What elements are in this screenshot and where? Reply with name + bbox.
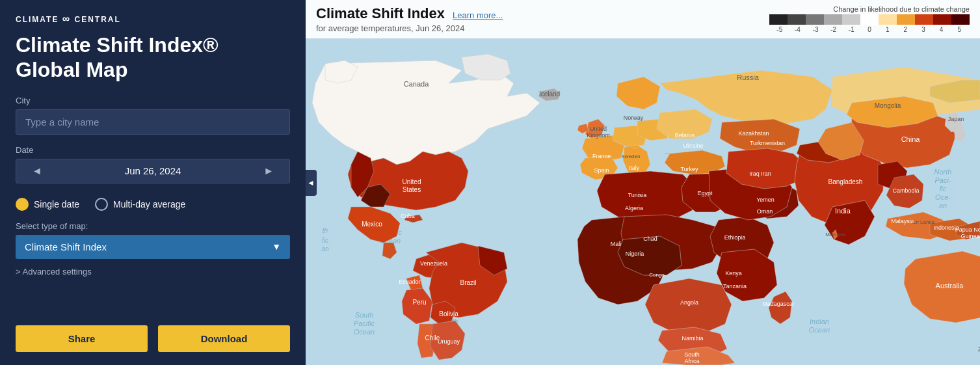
svg-text:Nigeria: Nigeria [626,250,644,257]
world-map[interactable]: North Atlantic Ocean South Pacific Ocean… [306,44,980,365]
brand-bar: CLIMATE ∞ CENTRAL [16,13,290,25]
svg-text:fic: fic [940,185,947,193]
advanced-settings-toggle[interactable]: > Advanced settings [16,267,290,277]
single-date-radio-icon [16,198,29,211]
svg-text:Kenya: Kenya [725,270,742,277]
legend: Change in likelihood due to climate chan… [769,5,970,33]
svg-text:Pacific: Pacific [354,319,375,327]
svg-text:Tanzania: Tanzania [723,283,747,290]
date-prev-button[interactable]: ◄ [25,165,49,177]
svg-text:Australia: Australia [936,282,964,290]
svg-text:States: States [403,186,421,193]
map-title: Climate Shift Index [316,5,445,22]
svg-text:Iceland: Iceland [539,90,560,98]
multi-day-radio-icon [95,198,108,211]
legend-ticks: -5-4-3-2-1012345 [769,26,970,33]
svg-text:Peru: Peru [412,299,426,306]
map-area: ◄ Climate Shift Index Learn more... for … [306,0,980,365]
svg-text:Sweden: Sweden [622,154,641,159]
svg-text:India: India [835,207,851,215]
page-title: Climate Shift Index® Global Map [16,33,290,83]
svg-text:Japan: Japan [948,116,964,122]
svg-text:Africa: Africa [684,358,699,364]
svg-text:Brazil: Brazil [460,279,476,286]
svg-text:th: th [323,227,328,234]
brand-symbol: ∞ [62,13,71,24]
svg-text:Spain: Spain [594,167,609,174]
svg-text:Chad: Chad [643,236,657,242]
svg-text:Madagascar: Madagascar [762,301,795,307]
svg-text:Turkmenistan: Turkmenistan [750,140,785,146]
sidebar: CLIMATE ∞ CENTRAL Climate Shift Index® G… [0,0,306,365]
svg-text:Norway: Norway [624,115,644,121]
svg-text:Oce-: Oce- [935,193,951,201]
learn-more-link[interactable]: Learn more... [453,10,503,20]
svg-text:North: North [934,168,952,176]
svg-text:South: South [684,351,700,358]
svg-text:Namibia: Namibia [682,335,703,342]
svg-text:...: ... [633,143,638,150]
date-label: Date [16,145,290,155]
share-button[interactable]: Share [16,325,148,352]
legend-label: Change in likelihood due to climate chan… [833,5,970,13]
svg-text:Guinea: Guinea [960,233,979,239]
svg-text:Bolivia: Bolivia [439,310,458,318]
svg-text:Congo: Congo [649,272,665,278]
svg-text:Tunisia: Tunisia [628,192,647,198]
svg-text:Ocean: Ocean [354,328,375,336]
brand-logo: CLIMATE ∞ CENTRAL [16,13,121,25]
svg-text:Ukraine: Ukraine [683,142,703,149]
svg-text:Malaysia: Malaysia [891,218,914,224]
city-input[interactable] [16,109,290,135]
map-type-wrapper: Climate Shift Index ▼ [16,235,290,259]
svg-text:Italy: Italy [629,165,640,171]
svg-text:Yemen: Yemen [756,196,775,203]
svg-text:Kazakhstan: Kazakhstan [738,130,769,137]
svg-text:Paci-: Paci- [934,176,951,184]
svg-text:Mongolia: Mongolia [875,102,901,109]
svg-text:an: an [939,202,947,210]
svg-text:Mexico: Mexico [362,221,382,228]
svg-text:South: South [355,311,374,319]
svg-text:Uruguay: Uruguay [438,338,460,345]
svg-text:Oman: Oman [757,208,773,215]
map-header: Climate Shift Index Learn more... for av… [306,0,980,38]
svg-text:Venezuela: Venezuela [420,260,447,267]
sidebar-collapse-handle[interactable]: ◄ [306,170,317,196]
city-label: City [16,96,290,105]
svg-text:Ocean: Ocean [809,326,830,334]
svg-text:Mali: Mali [611,241,622,247]
date-mode-radios: Single date Multi-day average [16,198,290,211]
svg-text:Sri Lanka: Sri Lanka [912,219,934,225]
svg-text:Belarus: Belarus [675,132,695,139]
svg-text:fic: fic [322,237,328,244]
svg-text:Turkey: Turkey [680,166,698,172]
map-type-select[interactable]: Climate Shift Index [16,235,290,259]
legend-bar [769,14,970,25]
date-section: Date ◄ Jun 26, 2024 ► [16,145,290,189]
svg-text:Egypt: Egypt [697,190,713,196]
date-navigator: ◄ Jun 26, 2024 ► [16,159,290,183]
svg-text:Kingdom: Kingdom [587,132,610,139]
svg-text:Cambodia: Cambodia [892,187,919,194]
map-type-label: Select type of map: [16,221,290,231]
single-date-radio[interactable]: Single date [16,198,79,211]
svg-text:Bangladesh: Bangladesh [828,178,863,185]
svg-text:an: an [321,245,329,252]
svg-text:Maldives: Maldives [825,232,846,237]
svg-text:Angola: Angola [680,299,698,306]
action-buttons: Share Download [16,325,290,352]
svg-text:Russia: Russia [737,74,760,81]
svg-text:Indian: Indian [810,318,829,325]
svg-text:...: ... [665,149,670,155]
svg-text:Cuba: Cuba [401,213,415,219]
svg-text:United: United [403,178,421,185]
svg-text:Papua New: Papua New [955,226,980,233]
svg-text:France: France [592,153,611,159]
multi-day-radio[interactable]: Multi-day average [95,198,185,211]
download-button[interactable]: Download [158,325,290,352]
date-next-button[interactable]: ► [257,165,280,177]
svg-text:Algeria: Algeria [625,205,643,211]
svg-text:Ecuador: Ecuador [399,278,421,285]
svg-text:Canada: Canada [404,80,429,88]
